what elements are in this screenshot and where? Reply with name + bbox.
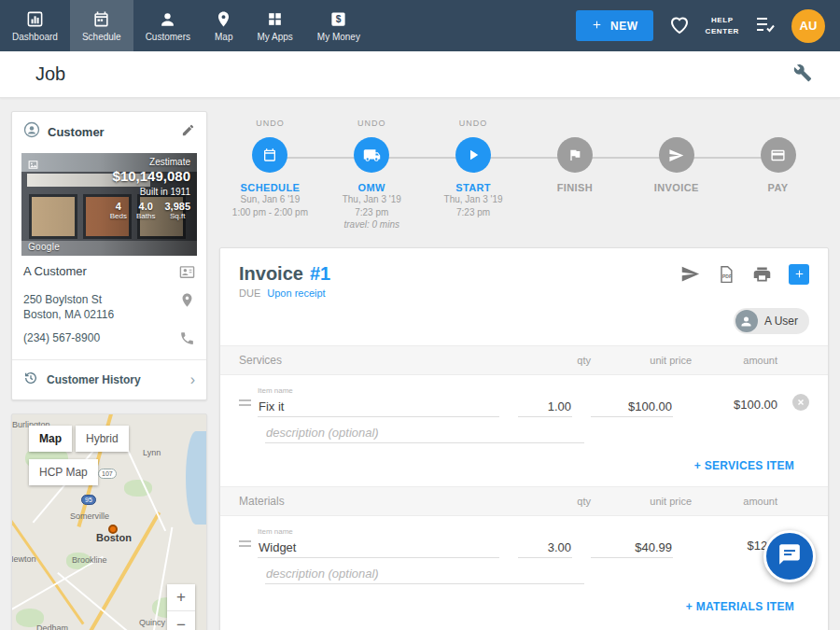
nav-item-map[interactable]: Map xyxy=(203,0,245,51)
nav-right: NEW HELP CENTER AU xyxy=(576,0,840,51)
beds-value: 4 xyxy=(110,201,127,212)
tasks-checklist-icon[interactable] xyxy=(754,13,777,39)
unit-price-input[interactable] xyxy=(591,397,673,417)
step-travel-time: travel: 0 mins xyxy=(321,218,423,231)
calendar-step-icon[interactable] xyxy=(252,137,287,173)
qty-column-header: qty xyxy=(537,496,591,507)
add-materials-item-link[interactable]: + MATERIALS ITEM xyxy=(686,600,794,613)
nav-label: My Money xyxy=(317,32,360,42)
item-name-input[interactable] xyxy=(258,538,499,558)
remove-item-icon[interactable] xyxy=(792,394,809,411)
drag-handle-icon[interactable] xyxy=(239,538,258,558)
send-invoice-icon[interactable] xyxy=(680,264,700,284)
pdf-icon[interactable]: PDF xyxy=(717,265,735,284)
amount-value: $100.00 xyxy=(692,398,777,417)
referral-heart-icon[interactable] xyxy=(668,13,691,39)
top-nav: Dashboard Schedule Customers Map My Apps… xyxy=(0,0,840,51)
amount-column-header: amount xyxy=(692,496,777,507)
truck-step-icon[interactable] xyxy=(354,137,389,173)
step-date: Sun, Jan 6 '19 xyxy=(219,193,321,206)
customer-card-title: Customer xyxy=(48,125,105,139)
page-title: Job xyxy=(35,63,65,85)
nav-label: Dashboard xyxy=(12,32,58,42)
sqft-label: Sq.ft xyxy=(164,212,190,220)
customer-card-header: Customer xyxy=(12,112,206,151)
help-center-button[interactable]: HELP CENTER xyxy=(706,15,740,35)
nav-item-customers[interactable]: Customers xyxy=(133,0,203,51)
qty-input[interactable] xyxy=(518,538,572,558)
assigned-user-chip[interactable]: A User xyxy=(734,308,809,334)
user-avatar-icon xyxy=(735,310,758,332)
print-icon[interactable] xyxy=(752,264,772,284)
map-label-boston: Boston xyxy=(96,532,132,543)
chat-bubble-button[interactable] xyxy=(763,530,816,582)
beds-label: Beds xyxy=(110,212,127,220)
unit-price-column-header: unit price xyxy=(591,496,692,507)
map-pin-icon xyxy=(215,10,232,28)
schedule-icon xyxy=(92,10,110,28)
step-label: START xyxy=(423,182,525,193)
route-shield-95: 95 xyxy=(81,495,96,505)
user-avatar[interactable]: AU xyxy=(791,9,825,43)
phone-icon[interactable] xyxy=(179,330,195,350)
invoice-number: #1 xyxy=(310,263,330,285)
play-step-icon[interactable] xyxy=(455,137,491,173)
map-type-map-button[interactable]: Map xyxy=(29,426,72,452)
nav-item-schedule[interactable]: Schedule xyxy=(70,0,133,51)
plus-icon xyxy=(591,19,603,34)
customer-name: A Customer xyxy=(23,264,87,278)
description-input[interactable] xyxy=(265,564,584,584)
credit-card-step-icon[interactable] xyxy=(761,137,796,173)
map-type-hybrid-button[interactable]: Hybrid xyxy=(76,426,129,452)
svg-text:PDF: PDF xyxy=(722,273,732,279)
invoice-title: Invoice xyxy=(239,263,303,285)
zoom-in-button[interactable]: + xyxy=(167,584,195,611)
drag-handle-icon[interactable] xyxy=(239,397,258,417)
flag-step-icon[interactable] xyxy=(557,137,593,173)
tools-icon[interactable] xyxy=(793,63,812,86)
undo-schedule-button[interactable]: UNDO xyxy=(219,119,321,133)
google-watermark: Google xyxy=(28,242,60,252)
undo-start-button[interactable]: UNDO xyxy=(423,119,525,133)
add-services-item-link[interactable]: + SERVICES ITEM xyxy=(694,459,794,472)
qty-input[interactable] xyxy=(518,397,572,417)
map-water xyxy=(186,431,206,525)
nav-label: Schedule xyxy=(82,32,121,42)
edit-pencil-icon[interactable] xyxy=(181,123,195,141)
description-input[interactable] xyxy=(265,423,584,443)
new-button-label: NEW xyxy=(610,20,638,33)
amount-column-header: amount xyxy=(692,355,777,366)
due-value[interactable]: Upon receipt xyxy=(267,287,325,299)
customer-phone: (234) 567-8900 xyxy=(23,330,100,345)
hcp-map-button[interactable]: HCP Map xyxy=(29,459,98,485)
item-name-input[interactable] xyxy=(258,397,499,417)
new-button[interactable]: NEW xyxy=(576,10,653,41)
item-name-label: Item name xyxy=(258,527,499,536)
money-icon: $ xyxy=(329,10,347,28)
step-pay: PAY xyxy=(727,119,829,231)
map-label-newton: Newton xyxy=(11,554,36,564)
map-label-brookline: Brookline xyxy=(72,555,107,565)
location-pin-icon[interactable] xyxy=(179,292,195,312)
nav-label: My Apps xyxy=(257,32,292,42)
zestimate-overlay: Zestimate $10,149,080 Built in 1911 4Bed… xyxy=(110,157,190,220)
nav-item-dashboard[interactable]: Dashboard xyxy=(0,0,70,51)
apps-grid-icon xyxy=(266,10,284,28)
nav-item-my-money[interactable]: $ My Money xyxy=(305,0,372,51)
customer-card: Customer Zestimate $10,149,080 Built in … xyxy=(11,111,207,400)
history-clock-icon xyxy=(23,371,38,389)
undo-omw-button[interactable]: UNDO xyxy=(321,119,423,133)
nav-item-my-apps[interactable]: My Apps xyxy=(245,0,304,51)
customer-history-button[interactable]: Customer History › xyxy=(12,359,206,399)
contact-card-icon[interactable] xyxy=(179,264,195,284)
page-header: Job xyxy=(0,51,840,98)
invoice-header: Invoice #1 PDF DUE Upon receipt xyxy=(220,248,828,304)
add-invoice-item-icon[interactable] xyxy=(789,264,809,285)
unit-price-input[interactable] xyxy=(591,538,673,558)
zoom-out-button[interactable]: − xyxy=(167,611,195,630)
map-zoom-control: + − xyxy=(167,584,195,630)
sqft-value: 3,985 xyxy=(164,201,190,212)
invoice-card: Invoice #1 PDF DUE Upon receipt xyxy=(219,247,829,630)
send-step-icon[interactable] xyxy=(659,137,694,173)
services-section-header: Services qty unit price amount xyxy=(220,345,828,375)
